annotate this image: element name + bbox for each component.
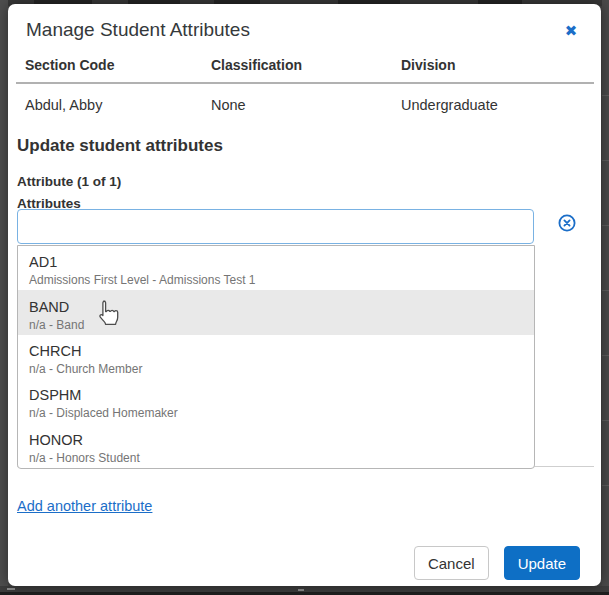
backdrop-line [602, 355, 609, 356]
cancel-button[interactable]: Cancel [414, 546, 489, 580]
dropdown-item-code: HONOR [29, 431, 522, 450]
add-another-attribute-link[interactable]: Add another attribute [17, 498, 152, 514]
dropdown-item-code: DSPHM [29, 386, 522, 405]
dropdown-item-description: n/a - Honors Student [29, 450, 522, 466]
backdrop-line [602, 420, 609, 421]
attribute-counter: Attribute (1 of 1) [17, 174, 121, 189]
page-title: Manage Student Attributes [26, 18, 250, 41]
manage-student-attributes-modal: Manage Student Attributes ✖ Section Code… [8, 4, 601, 586]
dropdown-item-code: CHRCH [29, 342, 522, 361]
attributes-input[interactable] [17, 209, 534, 244]
update-button[interactable]: Update [504, 546, 580, 580]
dropdown-item-description: n/a - Band [29, 317, 522, 333]
backdrop-left [0, 0, 8, 595]
update-section-heading: Update student attributes [17, 136, 223, 156]
dropdown-item[interactable]: CHRCH n/a - Church Member [18, 335, 534, 379]
dropdown-item-description: Admissions First Level - Admissions Test… [29, 272, 522, 288]
backdrop-artifact [298, 589, 304, 591]
backdrop-line [602, 95, 609, 96]
backdrop-line [602, 485, 609, 486]
dropdown-item[interactable]: DSPHM n/a - Displaced Homemaker [18, 379, 534, 423]
circle-x-icon [557, 213, 577, 233]
close-button[interactable]: ✖ [560, 20, 582, 42]
cell-student-name: Abdul, Abby [16, 83, 202, 125]
remove-attribute-button[interactable] [557, 213, 577, 233]
backdrop-right [602, 0, 609, 595]
backdrop-bottom [0, 586, 609, 595]
table-header-row: Section Code Classification Division [16, 50, 594, 83]
backdrop-line [602, 160, 609, 161]
dropdown-item-code: AD1 [29, 253, 522, 272]
dropdown-item[interactable]: BAND n/a - Band [18, 290, 534, 334]
attributes-dropdown: AD1 Admissions First Level - Admissions … [17, 245, 535, 469]
footer-buttons: Cancel Update [414, 546, 580, 580]
dropdown-item-code: BAND [29, 298, 522, 317]
column-header-division: Division [392, 50, 594, 83]
student-table: Section Code Classification Division Abd… [16, 50, 594, 125]
backdrop-artifact [7, 588, 15, 590]
table-row: Abdul, Abby None Undergraduate [16, 83, 594, 125]
cell-classification: None [202, 83, 392, 125]
cell-division: Undergraduate [392, 83, 594, 125]
column-header-section-code: Section Code [16, 50, 202, 83]
dropdown-item-description: n/a - Church Member [29, 361, 522, 377]
column-header-classification: Classification [202, 50, 392, 83]
close-icon: ✖ [565, 24, 578, 39]
dropdown-item[interactable]: AD1 Admissions First Level - Admissions … [18, 246, 534, 290]
backdrop-line [602, 290, 609, 291]
dropdown-item-description: n/a - Displaced Homemaker [29, 405, 522, 421]
backdrop-line [602, 225, 609, 226]
dropdown-item[interactable]: HONOR n/a - Honors Student [18, 424, 534, 468]
